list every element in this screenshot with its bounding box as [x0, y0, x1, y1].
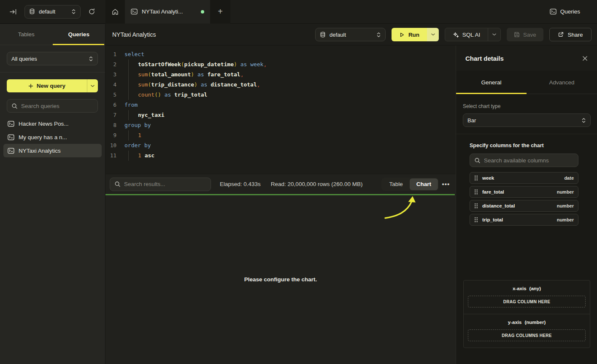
column-type: number: [557, 217, 574, 222]
queries-button[interactable]: Queries: [550, 8, 580, 15]
code-token: as: [201, 81, 208, 88]
x-axis-section: x-axis(any) DRAG COLUMN HERE: [464, 280, 590, 314]
elapsed-time: Elapsed: 0.433s: [220, 181, 261, 187]
new-query-button[interactable]: New query: [7, 79, 98, 92]
axis-config-box: x-axis(any) DRAG COLUMN HERE y-axis(numb…: [463, 280, 590, 348]
x-axis-hint: (any): [529, 286, 541, 291]
tab-advanced[interactable]: Advanced: [527, 71, 597, 94]
tab-nytaxi-analytics[interactable]: NYTaxi Analyti...: [125, 0, 210, 24]
code-line[interactable]: 3sum(total_amount) as fare_total,: [105, 70, 456, 80]
code-token: select: [124, 51, 144, 57]
line-number: 11: [105, 151, 116, 161]
results-search-box[interactable]: [110, 178, 211, 191]
chevron-down-icon: [492, 33, 496, 36]
code-line[interactable]: 1select: [105, 49, 456, 59]
drag-handle-icon[interactable]: [474, 203, 478, 209]
code-line[interactable]: 8group by: [105, 120, 456, 130]
sql-ai-label: SQL AI: [462, 32, 480, 38]
header-buttons: default Run SQL AI: [315, 28, 597, 41]
view-tab-chart[interactable]: Chart: [410, 178, 438, 190]
query-terminal-icon: [131, 8, 138, 15]
sql-console-app: default NYTaxi Analyti... +: [0, 0, 597, 364]
drag-handle-icon[interactable]: [474, 175, 478, 181]
run-button[interactable]: Run: [392, 28, 439, 41]
refresh-icon[interactable]: [88, 8, 95, 15]
code-line[interactable]: 4sum(trip_distance) as distance_total,: [105, 80, 456, 90]
code-token: as: [197, 71, 204, 78]
run-options-caret[interactable]: [427, 28, 439, 41]
code-line[interactable]: 91: [105, 130, 456, 140]
sql-ai-main[interactable]: SQL AI: [445, 32, 488, 38]
share-button[interactable]: Share: [549, 28, 592, 41]
more-options-icon[interactable]: •••: [439, 181, 453, 188]
new-query-caret[interactable]: [87, 79, 98, 92]
sql-editor[interactable]: 1select2toStartOfWeek(pickup_datetime) a…: [105, 46, 456, 174]
code-line[interactable]: 10order by: [105, 140, 456, 151]
run-main[interactable]: Run: [392, 28, 427, 41]
chart-details-title: Chart details: [465, 55, 504, 62]
query-terminal-icon: [8, 134, 14, 140]
query-search-input[interactable]: [21, 103, 93, 109]
sidebar-query-item[interactable]: Hacker News Pos...: [3, 117, 102, 130]
columns-search-box[interactable]: [470, 154, 578, 167]
sidebar-tab-tables[interactable]: Tables: [0, 24, 53, 45]
close-icon[interactable]: [582, 56, 588, 61]
results-view-toggle: Table Chart: [381, 178, 439, 191]
code-line[interactable]: 6from: [105, 100, 456, 110]
new-tab-button[interactable]: +: [210, 0, 230, 24]
database-icon: [29, 8, 35, 15]
y-axis-drop-zone[interactable]: DRAG COLUMNS HERE: [468, 329, 586, 341]
column-chip-fare_total[interactable]: fare_totalnumber: [470, 186, 578, 198]
sidebar-actions: New query: [0, 73, 105, 92]
code-token: sum: [138, 71, 148, 78]
code-text: from: [124, 100, 138, 110]
drag-handle-icon[interactable]: [474, 217, 478, 223]
code-token: as: [165, 92, 171, 98]
code-line[interactable]: 7nyc_taxi: [105, 110, 456, 120]
code-token: ): [194, 81, 197, 88]
code-token: week: [250, 61, 263, 67]
code-line[interactable]: 111 asc: [105, 151, 456, 161]
code-line[interactable]: 2toStartOfWeek(pickup_datetime) as week,: [105, 59, 456, 70]
query-search-box[interactable]: [7, 99, 98, 113]
header-database-select[interactable]: default: [315, 28, 386, 41]
active-tab-underline: [53, 44, 104, 45]
x-axis-drop-zone[interactable]: DRAG COLUMN HERE: [468, 296, 586, 307]
top-bar-right: Queries: [230, 8, 597, 15]
code-line[interactable]: 5count() as trip_total: [105, 90, 456, 100]
query-scope-select[interactable]: All queries: [7, 52, 98, 65]
line-number: 10: [105, 140, 116, 151]
line-number: 6: [105, 100, 116, 110]
drag-handle-icon[interactable]: [474, 189, 478, 195]
tab-general[interactable]: General: [456, 71, 527, 94]
save-button[interactable]: Save: [507, 28, 543, 41]
sidebar-query-item[interactable]: My query has a n...: [3, 130, 102, 144]
column-chip-distance_total[interactable]: distance_totalnumber: [470, 200, 578, 212]
column-chip-week[interactable]: weekdate: [470, 172, 578, 184]
code-token: ): [191, 71, 194, 78]
new-query-main[interactable]: New query: [7, 79, 87, 92]
chart-type-select[interactable]: Bar: [463, 113, 591, 127]
line-number: 1: [105, 49, 116, 59]
query-terminal-icon: [8, 148, 14, 154]
home-button[interactable]: [105, 0, 125, 24]
code-token: (: [181, 61, 184, 67]
view-tab-table[interactable]: Table: [382, 178, 409, 190]
column-type: date: [564, 175, 574, 181]
sidebar-tab-queries[interactable]: Queries: [53, 24, 105, 45]
code-token: ,: [240, 71, 244, 78]
query-item-title: Hacker News Pos...: [19, 121, 69, 127]
sql-ai-button[interactable]: SQL AI: [445, 28, 501, 41]
sql-ai-caret[interactable]: [488, 28, 500, 41]
active-tab-underline: [456, 93, 527, 94]
sidebar-query-item[interactable]: NYTaxi Analytics: [3, 144, 102, 157]
code-token: ): [234, 61, 237, 67]
sidebar: Tables Queries All queries New query: [0, 24, 105, 364]
collapse-sidebar-icon[interactable]: [9, 8, 17, 15]
topbar-database-value: default: [39, 8, 68, 15]
topbar-database-select[interactable]: default: [24, 5, 81, 19]
header-database-value: default: [330, 32, 373, 38]
column-chip-trip_total[interactable]: trip_totalnumber: [470, 214, 578, 226]
results-search-input[interactable]: [124, 181, 206, 187]
columns-search-input[interactable]: [484, 157, 574, 164]
